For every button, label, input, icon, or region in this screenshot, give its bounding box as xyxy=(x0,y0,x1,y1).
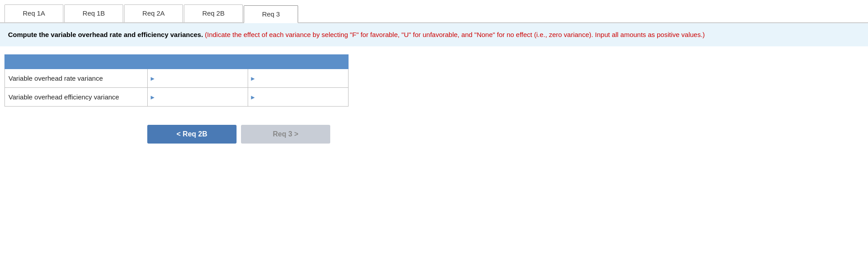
col-header-value xyxy=(148,55,248,69)
tab-req1b[interactable]: Req 1B xyxy=(64,4,123,22)
table-header-row xyxy=(5,55,349,69)
row1-label: Variable overhead rate variance xyxy=(5,69,148,88)
row2-label-text: Variable overhead efficiency variance xyxy=(8,93,119,101)
table-row: Variable overhead rate variance ► ► xyxy=(5,69,349,88)
table-container: Variable overhead rate variance ► ► xyxy=(4,54,349,107)
row2-type-cell[interactable]: ► xyxy=(248,88,348,107)
page-container: Req 1A Req 1B Req 2A Req 2B Req 3 Comput… xyxy=(0,0,868,255)
instruction-red: (Indicate the effect of each variance by… xyxy=(203,31,705,38)
row2-value-cell[interactable]: ► xyxy=(148,88,248,107)
row2-value-inner: ► xyxy=(148,88,248,106)
row1-type-cell[interactable]: ► xyxy=(248,69,348,88)
tab-req2b[interactable]: Req 2B xyxy=(184,4,243,22)
next-button[interactable]: Req 3 > xyxy=(241,125,330,144)
row1-type-arrow-icon: ► xyxy=(250,75,256,82)
tab-req3-label: Req 3 xyxy=(262,10,280,18)
prev-button-label: < Req 2B xyxy=(177,130,208,138)
tab-req2b-label: Req 2B xyxy=(202,9,224,17)
row2-value-input[interactable] xyxy=(158,92,246,102)
row1-value-cell[interactable]: ► xyxy=(148,69,248,88)
row1-arrow-icon: ► xyxy=(150,75,156,82)
row2-label: Variable overhead efficiency variance xyxy=(5,88,148,107)
row2-type-input[interactable] xyxy=(258,92,346,102)
variance-table: Variable overhead rate variance ► ► xyxy=(4,54,349,107)
row1-value-inner: ► xyxy=(148,69,248,87)
instruction-bold: Compute the variable overhead rate and e… xyxy=(8,31,203,38)
row2-arrow-icon: ► xyxy=(150,94,156,101)
tab-req1a-label: Req 1A xyxy=(23,9,45,17)
tab-req1a[interactable]: Req 1A xyxy=(4,4,63,22)
tabs-row: Req 1A Req 1B Req 2A Req 2B Req 3 xyxy=(0,0,868,23)
tab-req2a[interactable]: Req 2A xyxy=(124,4,183,22)
prev-button[interactable]: < Req 2B xyxy=(147,125,237,144)
row1-value-input[interactable] xyxy=(158,74,246,83)
row2-type-arrow-icon: ► xyxy=(250,94,256,101)
col-header-label xyxy=(5,55,148,69)
tab-req3[interactable]: Req 3 xyxy=(244,5,298,23)
table-row: Variable overhead efficiency variance ► … xyxy=(5,88,349,107)
instruction-box: Compute the variable overhead rate and e… xyxy=(0,23,868,46)
row1-type-input[interactable] xyxy=(258,74,346,83)
nav-buttons: < Req 2B Req 3 > xyxy=(4,125,864,144)
row2-type-inner: ► xyxy=(248,88,348,106)
col-header-type xyxy=(248,55,348,69)
tab-req1b-label: Req 1B xyxy=(83,9,105,17)
row1-type-inner: ► xyxy=(248,69,348,87)
row1-label-text: Variable overhead rate variance xyxy=(8,74,103,82)
tab-req2a-label: Req 2A xyxy=(142,9,165,17)
next-button-label: Req 3 > xyxy=(273,130,298,138)
